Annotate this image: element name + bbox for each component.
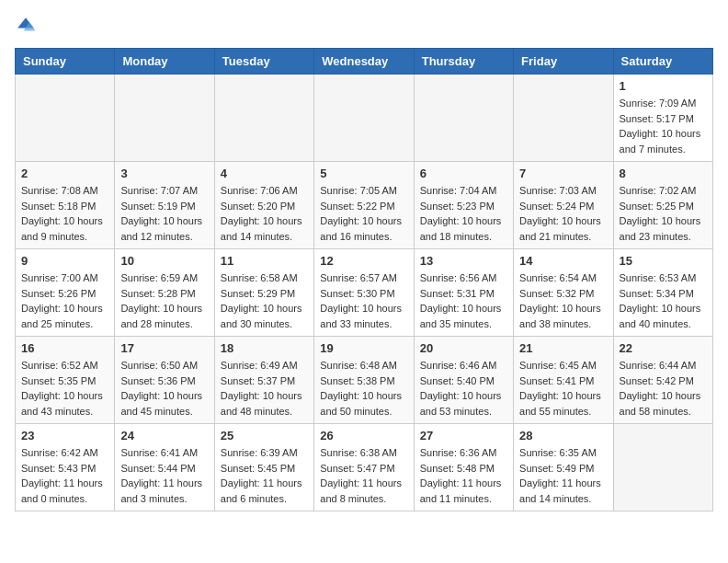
calendar-header-monday: Monday [115, 49, 214, 75]
calendar-cell: 14Sunrise: 6:54 AM Sunset: 5:32 PM Dayli… [514, 249, 613, 337]
day-info: Sunrise: 6:58 AM Sunset: 5:29 PM Dayligh… [221, 270, 308, 331]
day-info: Sunrise: 7:03 AM Sunset: 5:24 PM Dayligh… [519, 183, 607, 244]
calendar-cell [314, 75, 414, 162]
calendar-header-saturday: Saturday [613, 49, 712, 75]
calendar-week-row: 23Sunrise: 6:42 AM Sunset: 5:43 PM Dayli… [16, 424, 713, 511]
calendar-cell: 20Sunrise: 6:46 AM Sunset: 5:40 PM Dayli… [414, 337, 513, 424]
day-number: 17 [120, 341, 208, 355]
day-info: Sunrise: 7:02 AM Sunset: 5:25 PM Dayligh… [620, 183, 707, 244]
day-info: Sunrise: 6:59 AM Sunset: 5:28 PM Dayligh… [120, 270, 208, 331]
calendar-cell: 23Sunrise: 6:42 AM Sunset: 5:43 PM Dayli… [16, 424, 115, 511]
calendar-cell: 8Sunrise: 7:02 AM Sunset: 5:25 PM Daylig… [613, 162, 712, 249]
calendar-week-row: 9Sunrise: 7:00 AM Sunset: 5:26 PM Daylig… [16, 249, 713, 337]
calendar-header-sunday: Sunday [16, 49, 115, 75]
calendar-cell [613, 424, 712, 511]
day-number: 2 [21, 167, 108, 180]
day-info: Sunrise: 6:39 AM Sunset: 5:45 PM Dayligh… [221, 445, 308, 506]
calendar-header-row: SundayMondayTuesdayWednesdayThursdayFrid… [16, 49, 713, 75]
day-info: Sunrise: 6:45 AM Sunset: 5:41 PM Dayligh… [519, 358, 607, 419]
calendar-cell: 13Sunrise: 6:56 AM Sunset: 5:31 PM Dayli… [414, 249, 513, 337]
calendar-cell: 21Sunrise: 6:45 AM Sunset: 5:41 PM Dayli… [514, 337, 613, 424]
day-number: 19 [320, 341, 407, 355]
day-info: Sunrise: 6:44 AM Sunset: 5:42 PM Dayligh… [620, 358, 707, 419]
calendar-cell: 22Sunrise: 6:44 AM Sunset: 5:42 PM Dayli… [613, 337, 712, 424]
day-number: 9 [21, 254, 108, 268]
calendar-cell: 5Sunrise: 7:05 AM Sunset: 5:22 PM Daylig… [314, 162, 414, 249]
calendar-cell: 2Sunrise: 7:08 AM Sunset: 5:18 PM Daylig… [16, 162, 115, 249]
day-info: Sunrise: 7:04 AM Sunset: 5:23 PM Dayligh… [420, 183, 507, 244]
calendar-table: SundayMondayTuesdayWednesdayThursdayFrid… [15, 48, 713, 511]
day-number: 23 [21, 429, 108, 442]
calendar-cell: 1Sunrise: 7:09 AM Sunset: 5:17 PM Daylig… [613, 75, 712, 162]
day-number: 28 [519, 429, 607, 442]
day-info: Sunrise: 6:46 AM Sunset: 5:40 PM Dayligh… [420, 358, 507, 419]
calendar-cell: 10Sunrise: 6:59 AM Sunset: 5:28 PM Dayli… [115, 249, 214, 337]
calendar-week-row: 16Sunrise: 6:52 AM Sunset: 5:35 PM Dayli… [16, 337, 713, 424]
calendar-cell: 24Sunrise: 6:41 AM Sunset: 5:44 PM Dayli… [115, 424, 214, 511]
day-info: Sunrise: 6:36 AM Sunset: 5:48 PM Dayligh… [420, 445, 507, 506]
day-number: 10 [120, 254, 208, 268]
day-number: 12 [320, 254, 407, 268]
day-info: Sunrise: 7:00 AM Sunset: 5:26 PM Dayligh… [21, 270, 108, 331]
calendar-cell: 11Sunrise: 6:58 AM Sunset: 5:29 PM Dayli… [214, 249, 313, 337]
day-number: 24 [120, 429, 208, 442]
day-number: 1 [620, 79, 707, 93]
day-info: Sunrise: 6:35 AM Sunset: 5:49 PM Dayligh… [519, 445, 607, 506]
day-number: 18 [221, 341, 308, 355]
day-number: 27 [420, 429, 507, 442]
day-info: Sunrise: 7:05 AM Sunset: 5:22 PM Dayligh… [320, 183, 407, 244]
day-info: Sunrise: 6:57 AM Sunset: 5:30 PM Dayligh… [320, 270, 407, 331]
calendar-cell: 12Sunrise: 6:57 AM Sunset: 5:30 PM Dayli… [314, 249, 414, 337]
calendar-cell: 6Sunrise: 7:04 AM Sunset: 5:23 PM Daylig… [414, 162, 513, 249]
day-number: 25 [221, 429, 308, 442]
calendar-cell [414, 75, 513, 162]
calendar-cell: 4Sunrise: 7:06 AM Sunset: 5:20 PM Daylig… [214, 162, 313, 249]
day-info: Sunrise: 7:06 AM Sunset: 5:20 PM Dayligh… [221, 183, 308, 244]
day-info: Sunrise: 6:50 AM Sunset: 5:36 PM Dayligh… [120, 358, 208, 419]
day-number: 15 [620, 254, 707, 268]
calendar-cell [115, 75, 214, 162]
day-number: 22 [620, 341, 707, 355]
day-info: Sunrise: 6:42 AM Sunset: 5:43 PM Dayligh… [21, 445, 108, 506]
calendar-header-thursday: Thursday [414, 49, 513, 75]
calendar-cell: 18Sunrise: 6:49 AM Sunset: 5:37 PM Dayli… [214, 337, 313, 424]
logo [15, 15, 40, 37]
day-info: Sunrise: 6:48 AM Sunset: 5:38 PM Dayligh… [320, 358, 407, 419]
calendar-cell [514, 75, 613, 162]
day-number: 14 [519, 254, 607, 268]
day-number: 4 [221, 167, 308, 180]
day-info: Sunrise: 6:41 AM Sunset: 5:44 PM Dayligh… [120, 445, 208, 506]
calendar-header-friday: Friday [514, 49, 613, 75]
calendar-header-wednesday: Wednesday [314, 49, 414, 75]
day-info: Sunrise: 7:09 AM Sunset: 5:17 PM Dayligh… [620, 96, 707, 156]
calendar-cell: 19Sunrise: 6:48 AM Sunset: 5:38 PM Dayli… [314, 337, 414, 424]
day-number: 26 [320, 429, 407, 442]
calendar-cell: 28Sunrise: 6:35 AM Sunset: 5:49 PM Dayli… [514, 424, 613, 511]
calendar-header-tuesday: Tuesday [214, 49, 313, 75]
day-number: 3 [120, 167, 208, 180]
logo-icon [15, 15, 37, 37]
calendar-cell: 16Sunrise: 6:52 AM Sunset: 5:35 PM Dayli… [16, 337, 115, 424]
calendar-week-row: 2Sunrise: 7:08 AM Sunset: 5:18 PM Daylig… [16, 162, 713, 249]
calendar-cell: 27Sunrise: 6:36 AM Sunset: 5:48 PM Dayli… [414, 424, 513, 511]
day-info: Sunrise: 6:53 AM Sunset: 5:34 PM Dayligh… [620, 270, 707, 331]
calendar-cell: 25Sunrise: 6:39 AM Sunset: 5:45 PM Dayli… [214, 424, 313, 511]
calendar-cell [16, 75, 115, 162]
day-number: 16 [21, 341, 108, 355]
page-header [15, 15, 713, 37]
day-info: Sunrise: 6:49 AM Sunset: 5:37 PM Dayligh… [221, 358, 308, 419]
calendar-cell: 3Sunrise: 7:07 AM Sunset: 5:19 PM Daylig… [115, 162, 214, 249]
day-number: 20 [420, 341, 507, 355]
day-info: Sunrise: 6:38 AM Sunset: 5:47 PM Dayligh… [320, 445, 407, 506]
day-number: 11 [221, 254, 308, 268]
day-number: 7 [519, 167, 607, 180]
day-number: 8 [620, 167, 707, 180]
calendar-cell: 7Sunrise: 7:03 AM Sunset: 5:24 PM Daylig… [514, 162, 613, 249]
day-number: 13 [420, 254, 507, 268]
calendar-cell: 15Sunrise: 6:53 AM Sunset: 5:34 PM Dayli… [613, 249, 712, 337]
day-info: Sunrise: 7:07 AM Sunset: 5:19 PM Dayligh… [120, 183, 208, 244]
day-info: Sunrise: 6:56 AM Sunset: 5:31 PM Dayligh… [420, 270, 507, 331]
day-info: Sunrise: 6:52 AM Sunset: 5:35 PM Dayligh… [21, 358, 108, 419]
calendar-cell: 9Sunrise: 7:00 AM Sunset: 5:26 PM Daylig… [16, 249, 115, 337]
day-number: 21 [519, 341, 607, 355]
